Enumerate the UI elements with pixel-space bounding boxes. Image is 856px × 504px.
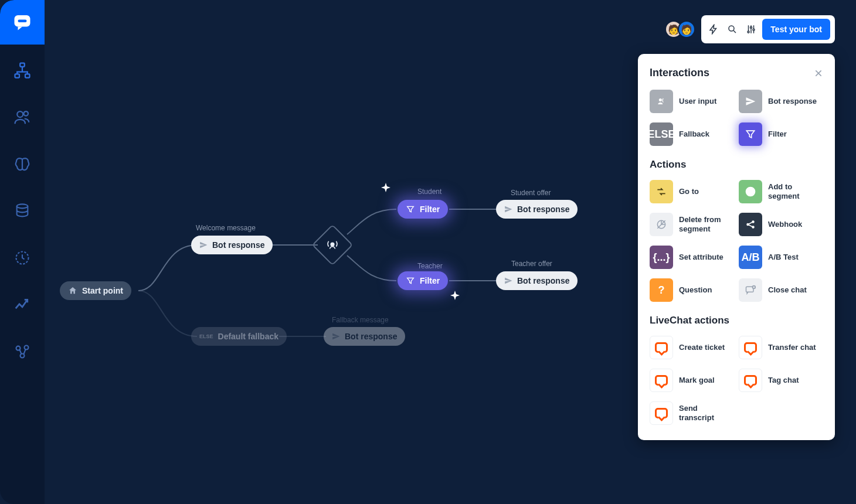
chat-logo-icon bbox=[12, 12, 33, 33]
send-icon bbox=[504, 205, 512, 213]
goto-icon bbox=[650, 180, 673, 203]
toolbar: Test your bot bbox=[701, 15, 835, 43]
nodes-icon bbox=[14, 343, 30, 360]
item-label: Close chat bbox=[768, 285, 807, 295]
sidebar-item-ai[interactable] bbox=[11, 152, 34, 176]
item-set-attribute[interactable]: {...} Set attribute bbox=[650, 246, 734, 269]
node-teacher-filter[interactable]: Filter bbox=[398, 271, 448, 290]
brain-icon bbox=[13, 155, 31, 173]
svg-point-15 bbox=[750, 27, 752, 29]
item-filter[interactable]: Filter bbox=[739, 122, 823, 146]
item-label: User input bbox=[679, 97, 716, 106]
node-welcome-bot-response[interactable]: Bot response bbox=[191, 236, 273, 254]
braces-icon: {...} bbox=[650, 246, 673, 269]
node-teacher-offer[interactable]: Bot response bbox=[496, 271, 578, 290]
settings-sliders-button[interactable] bbox=[743, 22, 759, 37]
test-bot-button[interactable]: Test your bot bbox=[762, 19, 830, 40]
svg-rect-3 bbox=[15, 74, 20, 77]
sliders-icon bbox=[746, 24, 756, 35]
app-logo[interactable] bbox=[0, 0, 45, 45]
svg-point-17 bbox=[659, 98, 662, 101]
livechat-grid: Create ticket Transfer chat Mark goal Ta… bbox=[650, 336, 823, 425]
close-panel-button[interactable] bbox=[814, 69, 823, 78]
livechat-icon bbox=[739, 369, 762, 392]
item-create-ticket[interactable]: Create ticket bbox=[650, 336, 734, 359]
interactions-grid: User input Bot response ELSE Fallback Fi… bbox=[650, 90, 823, 146]
item-label: Set attribute bbox=[679, 253, 723, 262]
collaborator-avatars[interactable]: 🧑 🧑 bbox=[665, 21, 695, 38]
item-ab-test[interactable]: A/B A/B Test bbox=[739, 246, 823, 269]
item-label: Go to bbox=[679, 187, 699, 196]
node-label: Bot response bbox=[345, 332, 397, 341]
item-delete-segment[interactable]: Delete from segment bbox=[650, 213, 734, 236]
item-go-to[interactable]: Go to bbox=[650, 180, 734, 203]
item-label: Question bbox=[679, 285, 712, 295]
node-start-point[interactable]: Start point bbox=[60, 281, 131, 300]
node-label: Bot response bbox=[212, 240, 264, 250]
item-tag-chat[interactable]: Tag chat bbox=[739, 369, 823, 392]
livechat-icon bbox=[739, 336, 762, 359]
sidebar bbox=[0, 0, 45, 504]
svg-point-14 bbox=[748, 31, 749, 33]
sidebar-item-integrations[interactable] bbox=[11, 340, 34, 363]
item-send-transcript[interactable]: Send transcript bbox=[650, 401, 734, 425]
item-webhook[interactable]: Webhook bbox=[739, 213, 823, 236]
livechat-icon bbox=[650, 369, 673, 392]
pie-icon bbox=[739, 180, 762, 203]
item-bot-response[interactable]: Bot response bbox=[739, 90, 823, 113]
item-label: Filter bbox=[768, 130, 787, 139]
livechat-icon bbox=[650, 401, 673, 425]
send-icon bbox=[199, 241, 208, 249]
node-student-filter[interactable]: Filter bbox=[398, 200, 448, 219]
sidebar-item-users[interactable] bbox=[11, 105, 34, 129]
sidebar-item-data[interactable] bbox=[11, 199, 34, 223]
livechat-icon bbox=[650, 336, 673, 359]
top-bar: 🧑 🧑 Test your bot bbox=[665, 15, 835, 43]
filter-icon bbox=[739, 122, 762, 146]
search-button[interactable] bbox=[725, 22, 740, 37]
home-icon bbox=[68, 286, 77, 295]
node-student-offer[interactable]: Bot response bbox=[496, 200, 578, 219]
item-label: Transfer chat bbox=[768, 343, 816, 352]
item-add-segment[interactable]: Add to segment bbox=[739, 180, 823, 203]
clock-dashed-icon bbox=[14, 250, 30, 266]
item-label: Mark goal bbox=[679, 376, 715, 385]
svg-point-5 bbox=[17, 111, 23, 117]
item-fallback[interactable]: ELSE Fallback bbox=[650, 122, 734, 146]
sparkle-icon bbox=[448, 290, 462, 304]
sidebar-item-analytics[interactable] bbox=[11, 293, 34, 316]
node-default-fallback[interactable]: ELSE Default fallback bbox=[191, 327, 287, 346]
node-branch[interactable] bbox=[312, 224, 354, 266]
item-label: Send transcript bbox=[679, 404, 734, 423]
item-transfer-chat[interactable]: Transfer chat bbox=[739, 336, 823, 359]
node-label: Start point bbox=[82, 286, 123, 295]
bolt-icon bbox=[708, 24, 719, 35]
svg-point-16 bbox=[753, 29, 755, 30]
item-mark-goal[interactable]: Mark goal bbox=[650, 369, 734, 392]
chat-close-icon bbox=[739, 278, 762, 302]
node-label: Filter bbox=[420, 205, 440, 214]
trend-icon bbox=[13, 296, 31, 314]
item-user-input[interactable]: User input bbox=[650, 90, 734, 113]
node-fallback-bot-response[interactable]: Bot response bbox=[324, 327, 405, 346]
teacher-label: Teacher bbox=[417, 262, 443, 270]
else-badge-icon: ELSE bbox=[199, 333, 213, 339]
actions-grid: Go to Add to segment Delete from segment… bbox=[650, 180, 823, 302]
filter-icon bbox=[406, 276, 415, 285]
search-icon bbox=[727, 24, 738, 35]
avatar[interactable]: 🧑 bbox=[678, 21, 695, 38]
student-offer-label: Student offer bbox=[511, 189, 551, 197]
node-label: Default fallback bbox=[218, 332, 278, 341]
bolt-button[interactable] bbox=[706, 22, 721, 37]
item-question[interactable]: ? Question bbox=[650, 278, 734, 302]
student-label: Student bbox=[417, 188, 441, 196]
user-input-icon bbox=[650, 90, 673, 113]
ab-icon: A/B bbox=[739, 246, 762, 269]
sidebar-item-history[interactable] bbox=[11, 246, 34, 270]
teacher-offer-label: Teacher offer bbox=[511, 260, 552, 268]
section-livechat-title: LiveChat actions bbox=[650, 315, 823, 326]
item-close-chat[interactable]: Close chat bbox=[739, 278, 823, 302]
node-label: Filter bbox=[420, 276, 440, 285]
item-label: Tag chat bbox=[768, 376, 799, 385]
sidebar-item-flow[interactable] bbox=[11, 59, 34, 82]
